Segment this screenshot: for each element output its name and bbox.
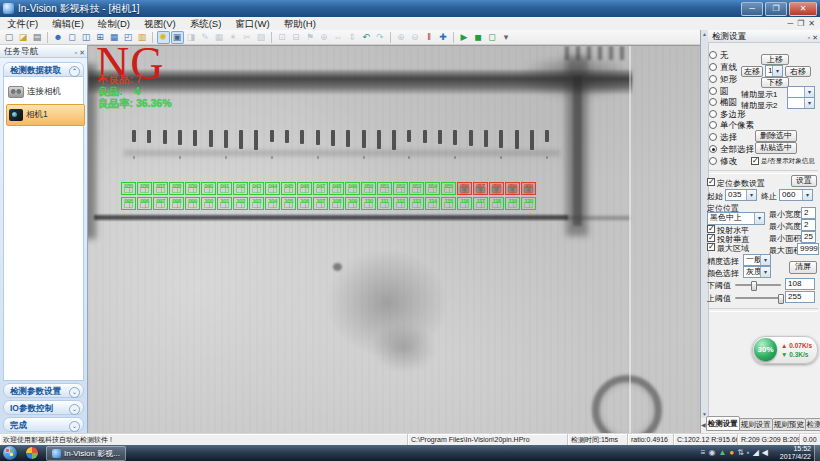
low-threshold-thumb[interactable] (751, 281, 757, 291)
scroll-up-icon[interactable]: ▲ (701, 30, 708, 38)
mdi-restore-icon[interactable]: ❐ (797, 18, 804, 30)
max-region-checkbox[interactable] (707, 243, 715, 251)
run-live-icon[interactable]: ◼ (472, 31, 485, 44)
panel-close-icon[interactable]: ✕ (79, 49, 85, 56)
fit-height-icon[interactable]: ⇕ (346, 31, 359, 44)
menu-item-2[interactable]: 绘制(D) (91, 17, 137, 30)
open-folder-icon[interactable]: ◪ (17, 31, 30, 44)
magic-wand-icon[interactable]: ✶ (227, 31, 240, 44)
copy-tool-icon[interactable]: ⊡ (276, 31, 289, 44)
live-view-icon[interactable]: ▣ (171, 31, 184, 44)
flag-icon[interactable]: ⚑ (304, 31, 317, 44)
panel-pin-icon[interactable]: ▫ (808, 34, 810, 41)
view-wide-icon[interactable]: ◰ (122, 31, 135, 44)
zoom-out-icon[interactable]: ⊖ (409, 31, 422, 44)
end-select[interactable]: 060 (779, 189, 813, 201)
group-collapsed-0[interactable]: 检测参数设置⌄ (3, 383, 84, 398)
panel-pin-icon[interactable]: ▫ (75, 49, 77, 56)
zoom-in-icon[interactable]: ⊕ (395, 31, 408, 44)
redo-icon[interactable]: ↷ (374, 31, 387, 44)
group-collapsed-2[interactable]: 完成⌄ (3, 417, 84, 432)
group-data-acquisition[interactable]: 检测数据获取 ⌃ (3, 62, 84, 77)
run-stop-icon[interactable]: ◻ (486, 31, 499, 44)
clear-screen-button[interactable]: 清屏 (789, 261, 817, 274)
view-grid-icon[interactable]: ▦ (108, 31, 121, 44)
draw-pen-icon[interactable]: ✎ (199, 31, 212, 44)
low-threshold-field[interactable]: 108 (785, 278, 815, 290)
light-bulb-icon[interactable]: ✺ (157, 31, 170, 44)
delete-selected-button[interactable]: 删除选中 (755, 130, 797, 142)
color-mode-select[interactable]: 灰度 (743, 266, 771, 278)
network-icon[interactable]: ⇅ (737, 445, 744, 461)
tab-scroll-left-icon[interactable]: ◀ (701, 420, 706, 431)
move-up-button[interactable]: 上移 (761, 54, 789, 65)
view-quad-icon[interactable]: ⊞ (94, 31, 107, 44)
radio-2[interactable] (709, 75, 717, 83)
tab-2[interactable]: 规则预览 (772, 418, 806, 431)
radio-0[interactable] (709, 51, 717, 59)
menu-item-6[interactable]: 帮助(H) (277, 17, 323, 30)
group-collapsed-1[interactable]: IO参数控制⌄ (3, 400, 84, 415)
connect-camera-item[interactable]: 连接相机 (6, 83, 83, 101)
panel-close-icon[interactable]: ✕ (812, 34, 818, 41)
max-area-field[interactable]: 99999 (797, 243, 819, 255)
taskbar-app-button[interactable]: In-Vision 影视... (46, 446, 126, 461)
chevron-down-icon[interactable]: ⌄ (69, 404, 80, 415)
high-threshold-thumb[interactable] (778, 294, 784, 304)
language-bar-icon[interactable]: ≡ (701, 445, 706, 461)
high-threshold-field[interactable]: 255 (785, 291, 815, 303)
signal-icon[interactable]: ◢ (753, 445, 759, 461)
min-area-field[interactable]: 25 (801, 231, 816, 243)
update-icon[interactable]: ● (729, 445, 734, 461)
move-right-button[interactable]: 右移 (785, 66, 811, 77)
high-threshold-slider[interactable] (735, 297, 781, 299)
pinned-app-icon[interactable] (26, 447, 38, 459)
menu-item-5[interactable]: 窗口(W) (228, 17, 276, 30)
tab-3[interactable]: 检测结果 (805, 418, 820, 431)
network-speed-widget[interactable]: 30% ▲ 0.07K/s ▼ 0.3K/s (752, 336, 818, 364)
set-button[interactable]: 设置 (791, 175, 817, 187)
min-height-field[interactable]: 2 (801, 219, 816, 231)
display-icon[interactable]: ▪ (747, 445, 750, 461)
usage-gauge[interactable]: 30% (754, 338, 777, 361)
menu-item-0[interactable]: 文件(F) (0, 17, 45, 30)
user-icon[interactable]: ☻ (52, 31, 65, 44)
mem-card-icon[interactable]: ▥ (136, 31, 149, 44)
cut-tool-icon[interactable]: ✂ (241, 31, 254, 44)
image-tool-icon[interactable]: ▧ (255, 31, 268, 44)
menu-item-3[interactable]: 视图(V) (137, 17, 183, 30)
expose-icon[interactable]: ◨ (185, 31, 198, 44)
min-width-field[interactable]: 2 (801, 207, 816, 219)
run-start-icon[interactable]: ▶ (458, 31, 471, 44)
locate-params-checkbox[interactable] (707, 178, 715, 186)
low-threshold-slider[interactable] (735, 284, 781, 286)
close-button[interactable]: ✕ (789, 2, 817, 16)
move-down-button[interactable]: 下移 (761, 77, 789, 88)
grid-tool-icon[interactable]: ▦ (213, 31, 226, 44)
radio-5[interactable] (709, 110, 717, 118)
view-single-icon[interactable]: ◻ (66, 31, 79, 44)
radio-1[interactable] (709, 63, 717, 71)
chevron-up-icon[interactable]: ⌃ (69, 66, 80, 77)
position-select[interactable]: 黑色中上 (707, 212, 765, 225)
tab-0[interactable]: 检测设置 (706, 416, 740, 431)
move-left-button[interactable]: 左移 (741, 66, 763, 77)
undo-icon[interactable]: ↶ (360, 31, 373, 44)
radio-3[interactable] (709, 87, 717, 95)
paste-selected-button[interactable]: 粘贴选中 (755, 142, 797, 154)
camera1-item[interactable]: 相机1 (6, 104, 85, 126)
step-select[interactable]: 1 (765, 65, 783, 77)
radio-6[interactable] (709, 121, 717, 129)
radio-9[interactable] (709, 157, 717, 165)
menu-item-4[interactable]: 系统(S) (183, 17, 229, 30)
mdi-close-icon[interactable]: ✕ (808, 18, 815, 30)
start-select[interactable]: 035 (725, 189, 757, 201)
chevron-down-icon[interactable]: ⌄ (69, 421, 80, 432)
camera-image-view[interactable]: NG 不良品: 7 良品: 4 良品率: 36.36% 035036037038… (88, 45, 700, 433)
maximize-button[interactable]: ❐ (765, 2, 787, 16)
tab-1[interactable]: 规则设置 (739, 418, 773, 431)
shield-icon[interactable]: ▲ (718, 445, 726, 461)
radio-8[interactable] (709, 145, 717, 153)
taskbar-clock[interactable]: 15:52 2017/4/22 (773, 445, 811, 461)
precision-select[interactable]: 一般 (743, 254, 771, 266)
